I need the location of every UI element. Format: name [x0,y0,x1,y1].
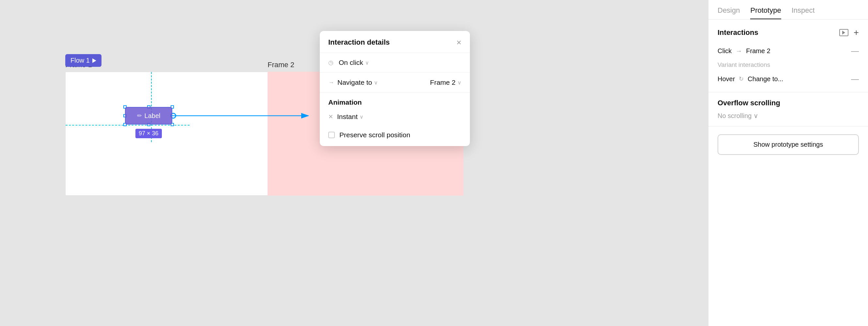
interactions-section: Interactions + Click → Frame 2 — Variant… [708,20,868,92]
label-button-f1[interactable]: ✏ Label [125,107,172,125]
interactions-header: Interactions + [718,27,859,38]
variant-interactions-label: Variant interactions [718,59,859,71]
animation-icon: ✕ [328,113,333,120]
interaction-arrow: → [736,47,742,55]
frame-chevron: ∨ [458,79,461,86]
no-scrolling-chevron: ∨ [753,112,758,120]
hover-interaction-row[interactable]: Hover ↻ Change to... — [718,71,859,87]
flow-icon[interactable] [839,29,848,36]
interaction-target: Frame 2 [746,47,770,55]
trigger-label: On click ∨ [339,59,369,66]
remove-hover-interaction[interactable]: — [851,74,859,84]
close-button[interactable]: × [457,38,461,46]
preserve-scroll-label: Preserve scroll position [339,131,410,139]
panel-tabs: Design Prototype Inspect [708,0,868,20]
tab-inspect[interactable]: Inspect [792,6,815,19]
navigate-icon: → [328,79,334,86]
interactions-title: Interactions [718,28,758,37]
right-panel: Design Prototype Inspect Interactions + … [708,0,868,326]
target-frame-label: Frame 2 ∨ [430,78,461,87]
frame2-label: Frame 2 [268,61,294,69]
remove-click-interaction[interactable]: — [851,46,859,56]
interaction-details-popup: Interaction details × ◷ On click ∨ → Nav… [320,31,470,146]
flow-play-icon [842,31,845,35]
label-text-f1: Label [145,112,160,120]
overflow-title: Overflow scrolling [718,99,780,107]
dimension-label: 97 × 36 [135,129,162,138]
preserve-scroll-checkbox[interactable] [328,132,335,138]
action-label: Navigate to ∨ [337,78,378,87]
trigger-chevron: ∨ [365,60,369,66]
tab-prototype[interactable]: Prototype [750,6,781,19]
anim-chevron: ∨ [360,114,364,120]
animation-type-label: Instant ∨ [337,113,364,121]
popup-animation-row[interactable]: ✕ Instant ∨ [320,109,470,127]
hover-trigger: Hover [718,75,735,83]
tab-design[interactable]: Design [718,6,740,19]
flow-label: Flow 1 [70,57,90,64]
clock-icon: ◷ [328,59,334,66]
popup-title: Interaction details [328,38,390,46]
hover-target: Change to... [748,75,783,83]
flow-badge[interactable]: Flow 1 [65,54,101,67]
interactions-icons: + [839,27,859,38]
refresh-icon: ↻ [739,75,744,83]
label-selection[interactable]: ✏ Label [125,107,172,125]
no-scrolling-dropdown[interactable]: No scrolling ∨ [718,112,859,120]
overflow-section: Overflow scrolling No scrolling ∨ [708,92,868,127]
popup-header: Interaction details × [320,31,470,53]
play-icon [92,58,96,63]
click-interaction-row[interactable]: Click → Frame 2 — [718,43,859,59]
popup-trigger-row[interactable]: ◷ On click ∨ [320,53,470,73]
action-chevron: ∨ [374,79,378,86]
frame1 [65,72,294,196]
no-scrolling-label: No scrolling [718,112,751,120]
preserve-scroll-row[interactable]: Preserve scroll position [320,127,470,146]
animation-section-label: Animation [320,93,470,109]
show-prototype-settings-button[interactable]: Show prototype settings [718,134,859,155]
canvas: Frame 1 Frame 2 Flow 1 ✏ Label 97 [0,0,708,326]
add-interaction-button[interactable]: + [854,27,859,38]
click-trigger: Click [718,47,732,55]
popup-action-row[interactable]: → Navigate to ∨ Frame 2 ∨ [320,73,470,93]
